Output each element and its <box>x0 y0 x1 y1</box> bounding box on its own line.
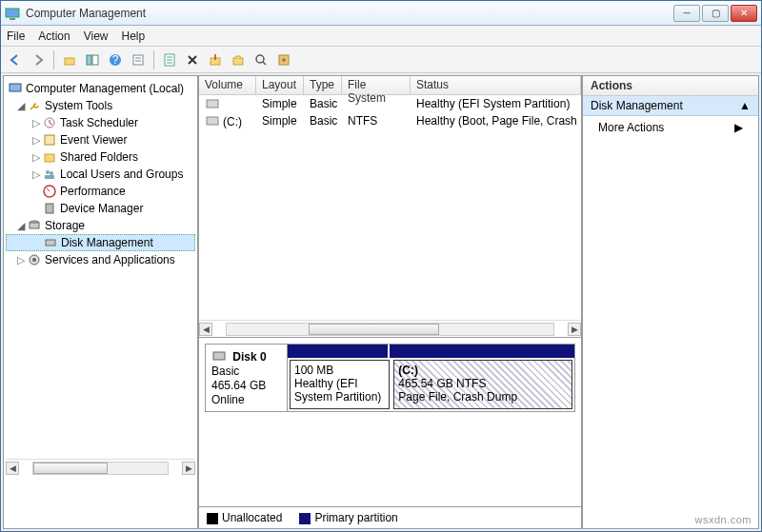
col-type[interactable]: Type <box>304 76 342 94</box>
export-button[interactable] <box>205 49 226 70</box>
chevron-right-icon: ▶ <box>734 121 743 134</box>
disk-row[interactable]: Disk 0 Basic 465.64 GB Online 100 MB <box>205 344 575 412</box>
collapse-icon[interactable]: ▲ <box>739 99 751 112</box>
clock-icon <box>42 115 57 130</box>
delete-button[interactable] <box>182 49 203 70</box>
table-row[interactable]: (C:) Simple Basic NTFS Healthy (Boot, Pa… <box>199 112 581 129</box>
minimize-button[interactable]: ─ <box>673 5 700 22</box>
partition-header-bar <box>288 345 388 358</box>
show-hide-tree-button[interactable] <box>82 49 103 70</box>
scroll-thumb[interactable] <box>33 463 108 474</box>
scroll-thumb[interactable] <box>309 324 439 335</box>
tree-label: Task Scheduler <box>60 116 138 129</box>
close-button[interactable]: ✕ <box>731 5 757 22</box>
open-button[interactable] <box>228 49 249 70</box>
svg-rect-31 <box>207 100 218 108</box>
menu-view[interactable]: View <box>84 30 109 43</box>
tree-local-users[interactable]: ▷ Local Users and Groups <box>6 166 195 183</box>
up-button[interactable] <box>59 49 80 70</box>
tree-storage[interactable]: ◢ Storage <box>6 217 195 234</box>
navigation-tree[interactable]: Computer Management (Local) ◢ System Too… <box>3 75 198 529</box>
actions-section[interactable]: Disk Management ▲ <box>583 96 758 116</box>
svg-rect-7 <box>133 55 143 65</box>
collapse-icon[interactable]: ◢ <box>15 100 27 112</box>
col-layout[interactable]: Layout <box>256 76 304 94</box>
scroll-right-icon[interactable]: ▶ <box>568 323 581 336</box>
app-icon <box>5 6 20 21</box>
tree-shared-folders[interactable]: ▷ Shared Folders <box>6 148 195 166</box>
users-icon <box>42 167 57 182</box>
tree-task-scheduler[interactable]: ▷ Task Scheduler <box>6 114 195 131</box>
svg-point-13 <box>256 55 264 63</box>
tree-label: Storage <box>45 219 85 232</box>
disk-info[interactable]: Disk 0 Basic 465.64 GB Online <box>206 345 288 411</box>
toolbar: ? <box>1 47 761 73</box>
tree-event-viewer[interactable]: ▷ Event Viewer <box>6 131 195 148</box>
col-filesystem[interactable]: File System <box>342 76 411 94</box>
computer-icon <box>8 81 23 96</box>
table-row[interactable]: Simple Basic Healthy (EFI System Partiti… <box>199 95 581 112</box>
svg-rect-12 <box>233 58 243 65</box>
tree-label: Computer Management (Local) <box>26 82 184 95</box>
partition-c[interactable]: (C:) 465.54 GB NTFS Page File, Crash Dum… <box>393 360 572 409</box>
tree-root[interactable]: Computer Management (Local) <box>6 80 195 97</box>
help-button[interactable]: ? <box>105 49 126 70</box>
svg-rect-4 <box>92 55 98 65</box>
scroll-left-icon[interactable]: ◀ <box>199 323 212 336</box>
menu-help[interactable]: Help <box>122 30 146 43</box>
expand-icon[interactable]: ▷ <box>30 117 42 129</box>
actions-more[interactable]: More Actions ▶ <box>583 116 758 139</box>
actions-section-label: Disk Management <box>591 99 683 112</box>
expand-icon[interactable]: ▷ <box>30 151 42 164</box>
refresh-button[interactable] <box>159 49 180 70</box>
disk-type: Basic <box>211 365 239 378</box>
svg-rect-23 <box>45 175 54 179</box>
expand-icon[interactable]: ▷ <box>15 254 27 266</box>
actions-title: Actions <box>583 76 758 96</box>
svg-rect-1 <box>10 18 15 20</box>
computer-management-window: Computer Management ─ ▢ ✕ File Action Vi… <box>0 0 762 532</box>
expand-icon[interactable]: ▷ <box>30 134 42 147</box>
folder-share-icon <box>42 149 57 165</box>
partition-header-bar <box>390 345 574 358</box>
device-icon <box>42 201 57 216</box>
settings-button[interactable] <box>273 49 294 70</box>
svg-rect-28 <box>46 240 55 246</box>
collapse-icon[interactable]: ◢ <box>15 220 27 232</box>
forward-button[interactable] <box>28 49 49 70</box>
tree-label: Device Manager <box>60 202 143 215</box>
volume-grid-header: Volume Layout Type File System Status <box>199 76 581 95</box>
tree-label: Local Users and Groups <box>60 167 183 181</box>
titlebar[interactable]: Computer Management ─ ▢ ✕ <box>1 1 761 26</box>
scroll-left-icon[interactable]: ◀ <box>6 462 19 475</box>
svg-rect-2 <box>65 58 74 65</box>
tree-performance[interactable]: Performance <box>6 183 195 200</box>
scroll-right-icon[interactable]: ▶ <box>182 462 195 475</box>
svg-point-30 <box>32 258 36 262</box>
main-panel: Volume Layout Type File System Status Si… <box>198 75 582 529</box>
tree-label: System Tools <box>45 99 112 112</box>
tree-hscroll[interactable]: ◀ ▶ <box>6 459 195 476</box>
tree-label: Event Viewer <box>60 133 127 147</box>
tools-icon <box>27 98 42 113</box>
svg-line-14 <box>263 62 266 65</box>
col-status[interactable]: Status <box>411 76 581 94</box>
col-volume[interactable]: Volume <box>199 76 256 94</box>
grid-hscroll[interactable]: ◀ ▶ <box>199 320 581 337</box>
properties-button[interactable] <box>128 49 149 70</box>
svg-point-16 <box>282 58 286 62</box>
volume-icon <box>205 113 220 128</box>
menu-action[interactable]: Action <box>38 30 70 43</box>
menu-file[interactable]: File <box>7 30 25 43</box>
tree-device-manager[interactable]: Device Manager <box>6 200 195 217</box>
partition-efi[interactable]: 100 MB Healthy (EFI System Partition) <box>290 360 390 409</box>
tree-disk-management[interactable]: Disk Management <box>6 234 195 251</box>
expand-icon[interactable]: ▷ <box>30 168 42 181</box>
tree-system-tools[interactable]: ◢ System Tools <box>6 97 195 114</box>
find-button[interactable] <box>251 49 271 70</box>
maximize-button[interactable]: ▢ <box>702 5 729 22</box>
svg-point-22 <box>50 171 53 175</box>
tree-services-apps[interactable]: ▷ Services and Applications <box>6 251 195 268</box>
volume-grid-body[interactable]: Simple Basic Healthy (EFI System Partiti… <box>199 95 581 129</box>
back-button[interactable] <box>5 49 26 70</box>
